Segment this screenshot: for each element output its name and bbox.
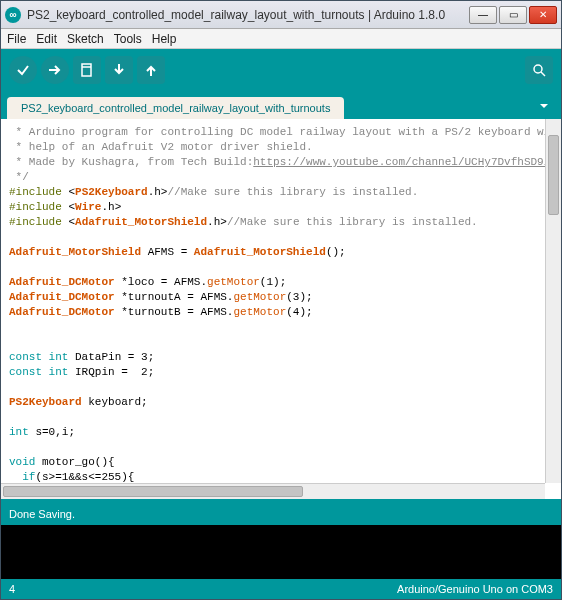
close-button[interactable]: ✕ [529, 6, 557, 24]
horizontal-scrollbar[interactable] [1, 483, 545, 499]
tabbar: PS2_keyboard_controlled_model_railway_la… [1, 91, 561, 119]
board-info: Arduino/Genuino Uno on COM3 [397, 583, 553, 595]
svg-rect-0 [82, 64, 91, 76]
titlebar: ∞ PS2_keyboard_controlled_model_railway_… [1, 1, 561, 29]
upload-button[interactable] [41, 56, 69, 84]
menubar: File Edit Sketch Tools Help [1, 29, 561, 49]
window-title: PS2_keyboard_controlled_model_railway_la… [27, 8, 467, 22]
console-output[interactable] [1, 525, 561, 579]
maximize-button[interactable]: ▭ [499, 6, 527, 24]
tab-menu-button[interactable] [535, 97, 553, 115]
svg-point-1 [534, 65, 542, 73]
app-window: ∞ PS2_keyboard_controlled_model_railway_… [0, 0, 562, 600]
vertical-scrollbar[interactable] [545, 119, 561, 483]
footer-bar: 4 Arduino/Genuino Uno on COM3 [1, 579, 561, 599]
menu-help[interactable]: Help [152, 32, 177, 46]
status-bar: Done Saving. [1, 503, 561, 525]
menu-edit[interactable]: Edit [36, 32, 57, 46]
arduino-icon: ∞ [5, 7, 21, 23]
open-button[interactable] [105, 56, 133, 84]
line-number: 4 [9, 583, 15, 595]
status-message: Done Saving. [9, 508, 75, 520]
horizontal-scroll-thumb[interactable] [3, 486, 303, 497]
menu-file[interactable]: File [7, 32, 26, 46]
menu-tools[interactable]: Tools [114, 32, 142, 46]
new-button[interactable] [73, 56, 101, 84]
save-button[interactable] [137, 56, 165, 84]
code-editor[interactable]: * Arduino program for controlling DC mod… [1, 119, 561, 503]
menu-sketch[interactable]: Sketch [67, 32, 104, 46]
toolbar [1, 49, 561, 91]
sketch-tab[interactable]: PS2_keyboard_controlled_model_railway_la… [7, 97, 344, 119]
serial-monitor-button[interactable] [525, 56, 553, 84]
minimize-button[interactable]: — [469, 6, 497, 24]
verify-button[interactable] [9, 56, 37, 84]
vertical-scroll-thumb[interactable] [548, 135, 559, 215]
code-content[interactable]: * Arduino program for controlling DC mod… [1, 119, 545, 483]
